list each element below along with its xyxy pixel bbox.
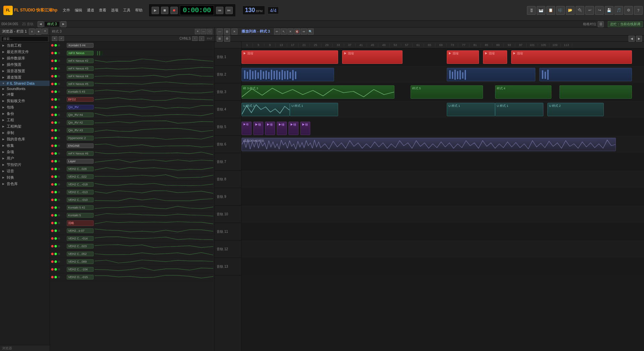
beat-clip[interactable]: ▶锤 xyxy=(288,122,299,135)
led-record[interactable] xyxy=(51,121,54,124)
led-mute[interactable] xyxy=(58,152,60,155)
channel-rack-button[interactable]: 🎹 xyxy=(537,6,545,15)
led-record[interactable] xyxy=(51,83,54,85)
play-button[interactable]: ▶ xyxy=(152,7,159,14)
browser-tab-2[interactable]: ★ xyxy=(36,29,42,35)
tree-item-backup[interactable]: ▶ 备份 xyxy=(0,111,50,117)
led-active[interactable] xyxy=(54,152,57,155)
beat-clip[interactable]: ▶锤 xyxy=(277,122,287,135)
led-record[interactable] xyxy=(51,44,54,47)
led-active[interactable] xyxy=(54,260,57,263)
led-mute[interactable] xyxy=(58,98,60,101)
next-button[interactable]: ⏭ xyxy=(225,7,233,14)
led-record[interactable] xyxy=(51,152,54,155)
pl-delete-tool[interactable]: ✕ xyxy=(287,29,293,35)
channel-rack-minimize[interactable]: — xyxy=(201,29,206,34)
led-mute[interactable] xyxy=(58,268,60,271)
led-record[interactable] xyxy=(51,245,54,248)
led-mute[interactable] xyxy=(58,260,60,263)
clip-track1-5[interactable]: ▶ 混缩 xyxy=(511,50,632,64)
save-button[interactable]: 💾 xyxy=(605,6,613,15)
channel-name-btn[interactable]: VEH2...s-07 xyxy=(67,228,94,233)
led-active[interactable] xyxy=(54,160,57,163)
led-record[interactable] xyxy=(51,160,54,163)
channel-name-btn[interactable]: VEH2 C...-104 xyxy=(67,267,94,272)
tree-item-plugin-preset[interactable]: ▶ 插件预置 xyxy=(0,61,50,68)
led-active[interactable] xyxy=(54,175,57,178)
help-button[interactable]: ? xyxy=(634,6,643,15)
led-active[interactable] xyxy=(54,253,57,255)
tree-item-plugin-db[interactable]: ▶ 插件数据库 xyxy=(0,55,50,61)
beat-clip[interactable]: ▶锤 xyxy=(300,122,310,135)
channel-name-btn[interactable]: VEH2 O...-015 xyxy=(67,275,94,279)
playlist-minimize[interactable]: — xyxy=(217,29,223,35)
tree-item-project[interactable]: ▶ 工程 xyxy=(0,117,50,123)
led-record[interactable] xyxy=(51,260,54,263)
channel-name-btn[interactable]: Layer xyxy=(67,159,94,164)
led-record[interactable] xyxy=(51,59,54,62)
tree-item-my-soundbank[interactable]: ▶ 我的音色库 xyxy=(0,136,50,142)
led-mute[interactable] xyxy=(58,129,60,132)
clip-track3-2[interactable]: 样式 5 xyxy=(411,85,483,99)
led-record[interactable] xyxy=(51,253,54,255)
led-active[interactable] xyxy=(54,98,57,101)
led-record[interactable] xyxy=(51,114,54,116)
tree-item-user[interactable]: ▶ 用户 xyxy=(0,155,50,162)
led-active[interactable] xyxy=(54,44,57,47)
clip-track1-4[interactable]: ▶ 混缩 xyxy=(483,50,507,64)
pl-draw-tool[interactable]: ✏ xyxy=(274,29,280,35)
clip-track1-1[interactable]: ▶ 混缩 xyxy=(241,50,338,64)
led-mute[interactable] xyxy=(58,44,60,47)
settings-button[interactable]: ⚙ xyxy=(624,6,633,15)
tree-item-voice[interactable]: ▶ 话音 xyxy=(0,168,50,174)
pad[interactable] xyxy=(101,51,102,55)
rack-view-all[interactable]: ≡ xyxy=(52,36,57,41)
pad[interactable] xyxy=(97,51,98,55)
pl-mute-tool[interactable]: 🔇 xyxy=(294,29,300,35)
clip-track3-3[interactable]: 样式 4 xyxy=(495,85,551,99)
clip-track2-3[interactable] xyxy=(539,68,632,81)
led-mute[interactable] xyxy=(58,90,60,93)
led-mute[interactable] xyxy=(58,276,60,278)
channel-name-btn[interactable]: reFX Nexus #5 xyxy=(67,82,94,86)
channel-name-btn[interactable]: VEH2 C...052 xyxy=(67,252,94,256)
led-mute[interactable] xyxy=(58,206,60,209)
led-mute[interactable] xyxy=(58,245,60,248)
menu-options[interactable]: 选项 xyxy=(109,7,120,13)
beat-clip[interactable]: ▶锤 xyxy=(253,122,263,135)
pad[interactable] xyxy=(99,51,100,55)
playlist-close[interactable]: ✕ xyxy=(231,29,237,35)
clip-track4-1[interactable]: U 样式 1 xyxy=(241,103,290,116)
led-mute[interactable] xyxy=(58,160,60,163)
led-mute[interactable] xyxy=(58,253,60,255)
led-active[interactable] xyxy=(54,191,57,193)
led-mute[interactable] xyxy=(58,59,60,62)
channel-name-btn[interactable]: VEH2 C...023 xyxy=(67,244,94,249)
led-active[interactable] xyxy=(54,90,57,93)
tree-item-project-arch[interactable]: ▶ 工程构架 xyxy=(0,123,50,130)
pad[interactable] xyxy=(96,51,97,55)
led-record[interactable] xyxy=(51,67,54,70)
menu-view[interactable]: 查看 xyxy=(97,7,108,13)
clip-track1-3[interactable]: ▶ 混缩 xyxy=(447,50,479,64)
led-mute[interactable] xyxy=(58,237,60,240)
channel-name-btn[interactable]: VEH2 C...-010 xyxy=(67,198,94,202)
led-record[interactable] xyxy=(51,175,54,178)
led-active[interactable] xyxy=(54,67,57,70)
led-record[interactable] xyxy=(51,229,54,232)
led-record[interactable] xyxy=(51,168,54,170)
led-mute[interactable] xyxy=(58,214,60,217)
led-active[interactable] xyxy=(54,83,57,85)
pad[interactable] xyxy=(98,51,99,55)
tree-item-soundfonts[interactable]: ▶ Soundfonts xyxy=(0,86,50,91)
led-record[interactable] xyxy=(51,144,54,147)
channel-name-btn[interactable]: Kontakt 5 #3 xyxy=(67,89,94,94)
prev-button[interactable]: ⏮ xyxy=(216,7,223,14)
led-active[interactable] xyxy=(54,222,57,224)
undo-button[interactable]: ↩ xyxy=(585,6,594,15)
led-record[interactable] xyxy=(51,75,54,78)
led-active[interactable] xyxy=(54,129,57,132)
channel-rack-close[interactable]: ✕ xyxy=(195,29,200,34)
plugin-picker-button[interactable]: 🔌 xyxy=(576,6,584,15)
clip-track2-1[interactable] xyxy=(241,68,334,81)
